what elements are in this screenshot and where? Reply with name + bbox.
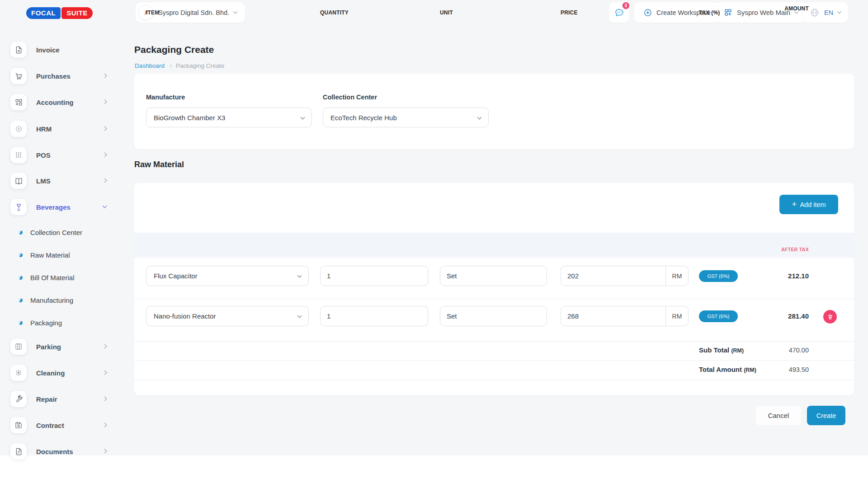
price-field-row1: RM	[561, 266, 689, 286]
cart-icon	[10, 68, 27, 84]
chevron-right-icon	[103, 397, 107, 401]
price-input-row2[interactable]	[561, 306, 665, 326]
workspace-grid-icon	[724, 8, 732, 17]
col-header-price: PRICE	[561, 9, 578, 16]
sidebar-item-invoice[interactable]: Invoice	[0, 41, 118, 59]
book-icon	[10, 173, 27, 189]
app-logo[interactable]: FOCAL SUITE	[26, 7, 93, 19]
delete-row-button[interactable]	[823, 310, 837, 324]
sidebar-item-purchases[interactable]: Purchases	[0, 67, 118, 85]
currency-suffix-row1: RM	[665, 266, 688, 286]
chevron-down-icon	[297, 273, 302, 278]
collection-center-label: Collection Center	[323, 94, 377, 101]
subtotal-label: Sub Total (RM)	[699, 346, 744, 354]
section-title-raw-material: Raw Material	[134, 160, 184, 169]
chevron-down-icon	[233, 9, 238, 14]
subtotal-value: 470.00	[745, 347, 809, 354]
app-root: FOCAL SUITE Invoice Purchases Accounting…	[0, 0, 868, 488]
price-input-row1[interactable]	[561, 266, 665, 286]
sidebar-item-cleaning[interactable]: Cleaning	[0, 364, 118, 382]
sidebar-item-accounting[interactable]: Accounting	[0, 93, 118, 111]
sparkle-icon	[10, 365, 27, 381]
quantity-input-row2[interactable]	[320, 306, 428, 326]
col-header-tax: TAX (%)	[699, 9, 720, 16]
add-item-button[interactable]: + Add item	[779, 195, 838, 214]
bullet-icon	[19, 276, 23, 280]
unit-input-row1[interactable]	[440, 266, 547, 286]
manufacture-label: Manufacture	[146, 94, 185, 101]
currency-suffix-row2: RM	[665, 306, 688, 326]
hrm-icon	[10, 121, 27, 137]
chevron-right-icon	[103, 100, 107, 104]
bullet-icon	[19, 253, 23, 257]
create-button[interactable]: Create	[807, 406, 845, 425]
sidebar-item-hrm[interactable]: HRM	[0, 120, 118, 138]
sidebar-item-pos[interactable]: POS	[0, 146, 118, 164]
breadcrumb-separator-icon	[169, 64, 172, 67]
manufacture-select[interactable]: BioGrowth Chamber X3	[146, 108, 312, 127]
trash-icon	[827, 314, 834, 320]
collection-center-select[interactable]: EcoTech Recycle Hub	[323, 108, 489, 127]
sidebar-item-documents[interactable]: Documents	[0, 442, 118, 460]
cancel-button[interactable]: Cancel	[756, 406, 801, 425]
chevron-right-icon	[103, 74, 107, 78]
amount-row1: 212.10	[745, 272, 809, 280]
breadcrumb-current: Packaging Create	[176, 62, 224, 69]
language-code: EN	[824, 9, 833, 16]
col-header-unit: UNIT	[440, 9, 453, 16]
chevron-right-icon	[103, 178, 107, 183]
chevron-down-icon	[103, 204, 107, 208]
plus-icon: +	[792, 200, 797, 208]
chat-notification-badge: 0	[622, 1, 630, 10]
chevron-right-icon	[103, 127, 107, 131]
item-select-row2[interactable]: Nano-fusion Reactor	[146, 306, 309, 326]
invoice-icon	[10, 42, 27, 58]
col-header-amount: AMOUNT	[784, 5, 809, 12]
sidebar-item-lms[interactable]: LMS	[0, 172, 118, 190]
col-header-quantity: QUANTITY	[320, 9, 349, 16]
sidebar-subitem-collection-center[interactable]: Collection Center	[0, 225, 118, 240]
row-divider	[134, 299, 854, 299]
total-amount-value: 493.50	[745, 366, 809, 373]
sidebar-subitem-bill-of-material[interactable]: Bill Of Material	[0, 270, 118, 285]
breadcrumb: Dashboard Packaging Create	[135, 62, 224, 69]
workspace-name: Syspro Web Main	[737, 9, 790, 16]
row-divider	[134, 360, 854, 361]
language-selector[interactable]: EN	[802, 2, 848, 23]
item-select-row1[interactable]: Flux Capacitor	[146, 266, 309, 286]
chevron-right-icon	[103, 344, 107, 349]
parking-icon	[10, 338, 27, 355]
col-header-item: ITEM	[146, 9, 159, 16]
sidebar-subitem-raw-material[interactable]: Raw Material	[0, 247, 118, 263]
beverage-glass-icon	[10, 199, 27, 215]
row-divider	[134, 380, 854, 380]
sidebar-item-parking[interactable]: Parking	[0, 338, 118, 356]
company-name: Syspro Digital Sdn. Bhd.	[158, 9, 229, 16]
col-header-after-tax: AFTER TAX	[781, 247, 809, 252]
logo-suite: SUITE	[61, 7, 93, 19]
bullet-icon	[19, 230, 23, 235]
breadcrumb-dashboard-link[interactable]: Dashboard	[135, 62, 165, 69]
chevron-down-icon	[301, 115, 305, 120]
sidebar-subitem-manufacturing[interactable]: Manufacturing	[0, 292, 118, 308]
chevron-right-icon	[103, 153, 107, 157]
chevron-down-icon	[477, 115, 482, 120]
bullet-icon	[19, 321, 23, 325]
raw-material-card	[134, 183, 854, 395]
sidebar-item-contract[interactable]: Contract	[0, 416, 118, 434]
sidebar-item-repair[interactable]: Repair	[0, 390, 118, 408]
accounting-icon	[10, 94, 27, 110]
quantity-input-row1[interactable]	[320, 266, 428, 286]
bullet-icon	[19, 298, 23, 302]
sidebar-subitem-packaging[interactable]: Packaging	[0, 315, 118, 330]
chevron-right-icon	[103, 423, 107, 427]
pos-icon	[10, 147, 27, 163]
table-header-row	[134, 233, 854, 258]
sidebar-item-beverages[interactable]: Beverages	[0, 198, 118, 216]
tax-badge-row1: GST (6%)	[699, 270, 738, 282]
row-divider	[134, 341, 854, 342]
unit-input-row2[interactable]	[440, 306, 547, 326]
globe-icon	[810, 8, 820, 18]
chevron-right-icon	[103, 449, 107, 454]
chevron-down-icon	[837, 9, 842, 14]
